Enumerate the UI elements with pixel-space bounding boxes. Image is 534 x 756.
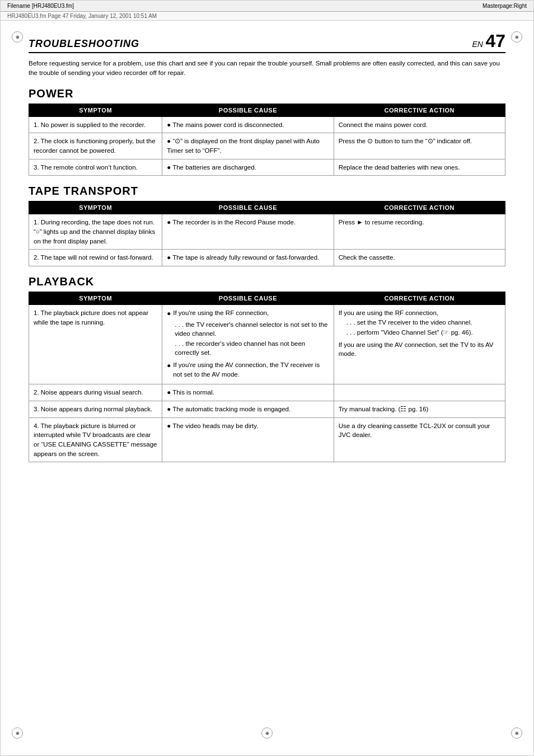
- playback-col-symptom: SYMPTOM: [29, 292, 162, 304]
- table-row: 2. The tape will not rewind or fast-forw…: [29, 250, 505, 266]
- table-row: 1. During recording, the tape does not r…: [29, 214, 505, 250]
- tape-row1-action: Press ► to resume recording.: [334, 214, 505, 250]
- playback-row1-action: If you are using the RF connection, . . …: [334, 304, 505, 384]
- corner-mark-tl: ⊕: [12, 31, 23, 43]
- intro-paragraph: Before requesting service for a problem,…: [29, 59, 505, 78]
- action-sub-1b: . . . perform "Video Channel Set" (☞ pg.…: [339, 328, 500, 337]
- cause-sub-1b: . . . the recorder's video channel has n…: [167, 339, 329, 357]
- section-heading-power: POWER: [29, 87, 505, 100]
- playback-table: SYMPTOM POSSIBLE CAUSE CORRECTIVE ACTION…: [29, 292, 505, 462]
- playback-row4-cause: ● The video heads may be dirty.: [162, 417, 334, 462]
- playback-row2-cause: ● This is normal.: [162, 384, 334, 401]
- playback-col-cause: POSSIBLE CAUSE: [162, 292, 334, 304]
- cause-text-2: If you're using the AV connection, the T…: [173, 360, 329, 379]
- power-col-action: CORRECTIVE ACTION: [334, 104, 505, 116]
- power-row3-cause: ● The batteries are discharged.: [162, 159, 334, 176]
- playback-row1-cause: ● If you're using the RF connection, . .…: [162, 304, 334, 384]
- power-row3-symptom: 3. The remote control won’t function.: [29, 159, 162, 176]
- page-number: 47: [485, 31, 505, 51]
- power-row3-action: Replace the dead batteries with new ones…: [334, 159, 505, 176]
- table-row: 1. No power is supplied to the recorder.…: [29, 116, 505, 133]
- page-wrapper: Filename [HRJ480EU3.fm] Masterpage:Right…: [0, 0, 534, 756]
- cause-bullet-2-wrap: ● If you're using the AV connection, the…: [167, 360, 329, 379]
- cause-text-1: If you're using the RF connection,: [173, 308, 269, 318]
- tape-row1-symptom: 1. During recording, the tape does not r…: [29, 214, 162, 250]
- power-table: SYMPTOM POSSIBLE CAUSE CORRECTIVE ACTION…: [29, 104, 505, 176]
- corner-mark-tr: ⊕: [511, 31, 522, 43]
- playback-row2-symptom: 2. Noise appears during visual search.: [29, 384, 162, 401]
- tape-col-action: CORRECTIVE ACTION: [334, 201, 505, 214]
- main-content: TROUBLESHOOTING EN 47 Before requesting …: [1, 21, 533, 488]
- bullet-icon: ●: [167, 309, 171, 318]
- playback-row3-cause: ● The automatic tracking mode is engaged…: [162, 401, 334, 417]
- power-row2-symptom: 2. The clock is functioning properly, bu…: [29, 133, 162, 159]
- tape-row1-cause: ● The recorder is in the Record Pause mo…: [162, 214, 334, 250]
- playback-row2-action: [334, 384, 505, 401]
- power-col-symptom: SYMPTOM: [29, 104, 162, 116]
- tape-col-cause: POSSIBLE CAUSE: [162, 201, 334, 214]
- action-text-1a: If you are using the RF connection,: [339, 308, 500, 318]
- table-row: 4. The playback picture is blurred or in…: [29, 417, 505, 462]
- power-row1-symptom: 1. No power is supplied to the recorder.: [29, 116, 162, 133]
- table-row: 3. The remote control won’t function. ● …: [29, 159, 505, 176]
- playback-row4-symptom: 4. The playback picture is blurred or in…: [29, 417, 162, 462]
- section-heading-tape: TAPE TRANSPORT: [29, 185, 505, 198]
- page-title-row: TROUBLESHOOTING EN 47: [29, 32, 505, 53]
- section-heading-playback: PLAYBACK: [29, 275, 505, 288]
- power-row2-cause: ● “⊙” is displayed on the front display …: [162, 133, 334, 159]
- header-bar: Filename [HRJ480EU3.fm] Masterpage:Right: [1, 1, 533, 12]
- bullet-icon: ●: [167, 361, 171, 379]
- table-row: 3. Noise appears during normal playback.…: [29, 401, 505, 417]
- playback-row1-symptom: 1. The playback picture does not appear …: [29, 304, 162, 384]
- cause-sub-1a: . . . the TV receiver's channel selector…: [167, 320, 329, 338]
- tape-row2-symptom: 2. The tape will not rewind or fast-forw…: [29, 250, 162, 266]
- tape-table: SYMPTOM POSSIBLE CAUSE CORRECTIVE ACTION…: [29, 201, 505, 266]
- corner-mark-br: ⊕: [511, 727, 522, 739]
- header-filename: Filename [HRJ480EU3.fm]: [7, 3, 74, 9]
- cause-bullet-1: ● If you're using the RF connection,: [167, 308, 329, 318]
- tape-row2-action: Check the cassette.: [334, 250, 505, 266]
- playback-row3-action: Try manual tracking. (☷ pg. 16): [334, 401, 505, 417]
- tape-row2-cause: ● The tape is already fully rewound or f…: [162, 250, 334, 266]
- playback-col-action: CORRECTIVE ACTION: [334, 292, 505, 304]
- table-row: 1. The playback picture does not appear …: [29, 304, 505, 384]
- power-row2-action: Press the ⊙ button to turn the “⊙” indic…: [334, 133, 505, 159]
- action-sub-1a: . . . set the TV receiver to the video c…: [339, 318, 500, 327]
- corner-mark-bm: ⊕: [261, 727, 273, 739]
- page-number-en: EN: [472, 40, 483, 49]
- page-number-block: EN 47: [472, 32, 506, 50]
- page-title: TROUBLESHOOTING: [29, 38, 139, 50]
- power-row1-action: Connect the mains power cord.: [334, 116, 505, 133]
- header-masterpage: Masterpage:Right: [483, 3, 527, 9]
- action-text-1b: If you are using the AV connection, set …: [339, 340, 500, 359]
- power-row1-cause: ● The mains power cord is disconnected.: [162, 116, 334, 133]
- cause-bullet-2: ● If you're using the AV connection, the…: [167, 360, 329, 379]
- table-row: 2. Noise appears during visual search. ●…: [29, 384, 505, 401]
- playback-row4-action: Use a dry cleaning cassette TCL-2UX or c…: [334, 417, 505, 462]
- corner-mark-bl: ⊕: [12, 727, 23, 739]
- tape-col-symptom: SYMPTOM: [29, 201, 162, 214]
- power-col-cause: POSSIBLE CAUSE: [162, 104, 334, 116]
- table-row: 2. The clock is functioning properly, bu…: [29, 133, 505, 159]
- header-subline: HRJ480EU3.fm Page 47 Friday, January 12,…: [1, 12, 533, 21]
- playback-row3-symptom: 3. Noise appears during normal playback.: [29, 401, 162, 417]
